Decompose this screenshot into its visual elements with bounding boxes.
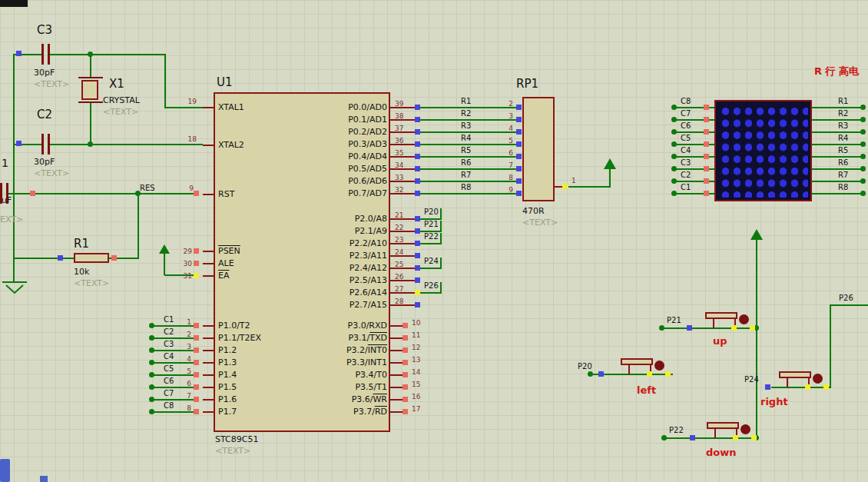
button-right-symbol[interactable] <box>777 370 831 391</box>
w wire[interactable] <box>664 437 705 439</box>
pin-stub[interactable] <box>390 387 403 388</box>
button-up-symbol[interactable] <box>704 311 757 332</box>
power-arrow-icon[interactable] <box>750 229 763 240</box>
wire[interactable] <box>420 243 442 244</box>
pin-stub[interactable] <box>203 350 214 351</box>
rp1-pin-number: 9 <box>499 185 513 194</box>
wire[interactable] <box>812 168 864 170</box>
pin-name-text: P3.3/INT1 <box>346 357 387 367</box>
pin-stub[interactable] <box>203 387 214 388</box>
pin-name: P2.7/A15 <box>261 299 387 311</box>
pin-stub[interactable] <box>203 374 214 376</box>
pin-stub[interactable] <box>390 411 403 413</box>
net-label: C7 <box>681 109 691 118</box>
pin-name: P2.6/A14 <box>261 287 387 299</box>
pin-row: P3.7/RD 17 <box>261 406 438 418</box>
wire[interactable] <box>590 374 619 375</box>
wire[interactable] <box>812 156 864 158</box>
wire[interactable] <box>568 186 610 188</box>
pin-stub[interactable] <box>390 362 403 364</box>
ground-icon[interactable] <box>2 281 28 294</box>
pin-stub[interactable] <box>203 107 214 108</box>
rp1-pin-number: 6 <box>499 148 513 158</box>
wire[interactable] <box>164 254 165 275</box>
capacitor-c2-plate[interactable] <box>41 134 44 155</box>
wire[interactable] <box>812 119 864 121</box>
pin-number: 16 <box>412 392 420 401</box>
wire[interactable] <box>440 233 442 244</box>
wire[interactable] <box>50 54 166 55</box>
capacitor-c3-plate[interactable] <box>41 44 44 65</box>
net-label: C4 <box>681 146 691 155</box>
wire[interactable] <box>812 144 864 145</box>
net-label: P24 <box>424 257 439 266</box>
crystal-x1-body[interactable] <box>81 80 98 100</box>
button-label: down <box>706 447 737 458</box>
pin-stub[interactable] <box>203 337 214 339</box>
crystal-plate[interactable] <box>78 77 103 78</box>
pin-stub[interactable] <box>390 350 403 351</box>
pin-number: 28 <box>395 297 403 306</box>
pin-name: P0.2/AD2 <box>261 126 387 138</box>
wire[interactable] <box>440 208 442 220</box>
wire[interactable] <box>812 181 864 182</box>
button-down-symbol[interactable] <box>705 421 759 442</box>
wire[interactable] <box>90 54 91 78</box>
power-arrow-icon[interactable] <box>159 244 170 254</box>
led-matrix[interactable] <box>714 100 812 201</box>
pin-name: P2.1/A9 <box>261 225 387 238</box>
wire[interactable] <box>35 193 197 194</box>
wire[interactable] <box>420 268 442 269</box>
pin-name: P1.0/T2 <box>218 320 250 332</box>
pin-name: P0.3/AD3 <box>261 138 387 151</box>
pin-stub[interactable] <box>203 411 214 413</box>
wire[interactable] <box>830 304 868 306</box>
wire[interactable] <box>661 327 704 329</box>
wire[interactable] <box>830 304 831 388</box>
resistor-r1-body[interactable] <box>74 253 109 263</box>
pin-stub[interactable] <box>203 145 214 146</box>
wire[interactable] <box>90 103 91 145</box>
pin-stub[interactable] <box>390 399 403 401</box>
pin-number: 36 <box>395 136 403 145</box>
state-marker <box>704 178 709 184</box>
wire[interactable] <box>756 240 757 440</box>
wire[interactable] <box>165 107 203 108</box>
wire[interactable] <box>609 169 611 188</box>
net-label: P26 <box>839 294 853 303</box>
pin-stub[interactable] <box>203 325 214 327</box>
wire[interactable] <box>420 292 442 294</box>
wire[interactable] <box>440 221 442 232</box>
pin-stub[interactable] <box>203 399 214 401</box>
pin-name: P3.5/T1 <box>261 381 387 394</box>
wire[interactable] <box>440 258 442 269</box>
wire[interactable] <box>812 131 864 133</box>
power-arrow-icon[interactable] <box>604 158 616 169</box>
pin-stub[interactable] <box>390 337 403 339</box>
wire[interactable] <box>440 282 442 294</box>
rp1-body[interactable] <box>522 97 555 201</box>
state-marker <box>415 129 420 135</box>
wire[interactable] <box>771 387 777 388</box>
pin-stub[interactable] <box>203 275 214 277</box>
pin-stub[interactable] <box>390 325 403 327</box>
pin-stub[interactable] <box>203 362 214 364</box>
wire[interactable] <box>13 54 15 282</box>
wire[interactable] <box>8 193 31 194</box>
wire[interactable] <box>164 54 166 108</box>
wire[interactable] <box>812 107 864 108</box>
pin-stub[interactable] <box>390 374 403 376</box>
pin-stub[interactable] <box>203 251 214 252</box>
pin-name: P1.4 <box>218 369 237 381</box>
wire[interactable] <box>812 193 864 194</box>
pin-stub[interactable] <box>203 194 214 195</box>
state-marker <box>415 253 420 258</box>
pin-stub[interactable] <box>555 186 562 188</box>
wire[interactable] <box>50 144 203 145</box>
button-left-symbol[interactable] <box>619 357 673 378</box>
wire[interactable] <box>14 258 74 259</box>
state-marker <box>690 435 695 440</box>
wire[interactable] <box>137 193 139 259</box>
pin-name: XTAL2 <box>218 139 244 151</box>
pin-stub[interactable] <box>203 263 214 264</box>
